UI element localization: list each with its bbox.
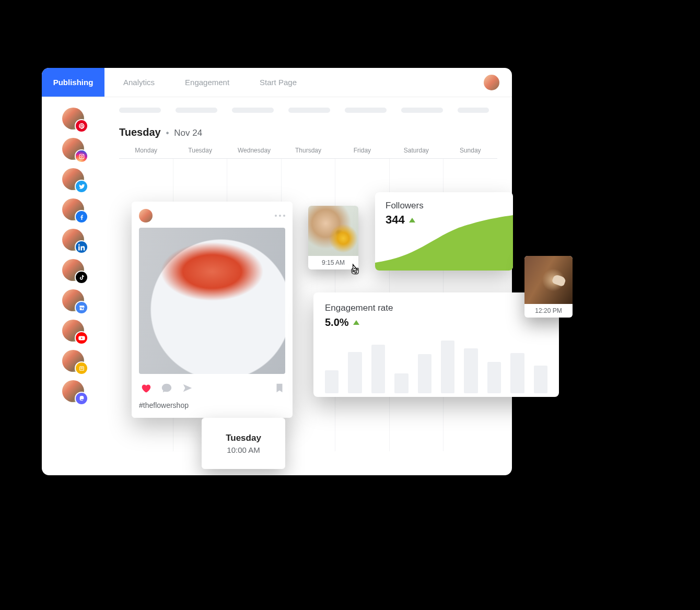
sidebar-account-youtube[interactable] [62, 320, 84, 342]
accounts-sidebar [42, 97, 104, 475]
weekday-tue[interactable]: Tuesday [173, 147, 227, 158]
post-actions [140, 382, 285, 396]
scheduled-post-image [524, 256, 573, 304]
tooltip-time: 10:00 AM [227, 445, 260, 454]
trend-up-icon [353, 320, 359, 325]
toolbar-placeholders [119, 108, 497, 113]
engagement-label: Engagement rate [325, 303, 547, 313]
scheduled-post-image [308, 206, 358, 256]
comment-icon[interactable] [161, 382, 172, 396]
engagement-widget[interactable]: Engagement rate 5.0% [313, 292, 559, 397]
bookmark-icon[interactable] [274, 382, 285, 396]
twitter-icon [76, 181, 87, 192]
current-day-label: Tuesday [119, 126, 161, 138]
sidebar-account-twitter[interactable] [62, 168, 84, 190]
sidebar-account-facebook[interactable] [62, 198, 84, 220]
post-caption: #theflowershop [139, 401, 285, 409]
scheduled-post-thumb-right[interactable]: 12:20 PM [524, 256, 573, 318]
youtube-icon [76, 332, 87, 344]
heart-icon[interactable] [140, 382, 151, 396]
date-separator: • [166, 128, 169, 138]
pinterest-icon [76, 120, 87, 132]
weekday-sun[interactable]: Sunday [444, 147, 497, 158]
tab-publishing[interactable]: Publishing [42, 68, 104, 97]
user-avatar[interactable] [484, 75, 499, 90]
sidebar-account-google-business[interactable] [62, 289, 84, 311]
current-date-label: Nov 24 [174, 128, 202, 138]
facebook-icon [76, 211, 87, 222]
followers-area-chart [375, 213, 513, 271]
sidebar-account-linkedin[interactable] [62, 229, 84, 251]
weekday-wed[interactable]: Wednesday [227, 147, 281, 158]
post-preview-card[interactable]: #theflowershop [132, 202, 293, 418]
sidebar-account-tiktok[interactable] [62, 259, 84, 281]
tab-analytics[interactable]: Analytics [112, 68, 166, 97]
svg-point-1 [80, 155, 82, 157]
sidebar-account-pinterest[interactable] [62, 108, 84, 130]
google-business-icon [76, 302, 87, 313]
tiktok-icon [76, 272, 87, 283]
post-image [139, 228, 285, 374]
post-author-avatar [139, 209, 153, 222]
tab-engagement[interactable]: Engagement [173, 68, 241, 97]
sidebar-account-instagram[interactable] [62, 138, 84, 160]
followers-widget[interactable]: Followers 344 [375, 192, 513, 271]
tab-start-page[interactable]: Start Page [248, 68, 308, 97]
scheduled-post-time: 12:20 PM [524, 304, 573, 318]
scheduled-post-thumb[interactable]: 9:15 AM [308, 206, 358, 269]
engagement-value: 5.0% [325, 316, 349, 329]
cursor-pointer-icon [348, 262, 363, 277]
schedule-tooltip: Tuesday 10:00 AM [202, 418, 285, 469]
followers-label: Followers [386, 201, 504, 211]
linkedin-icon [76, 241, 87, 253]
shop-icon [76, 362, 87, 374]
weekday-sat[interactable]: Saturday [389, 147, 443, 158]
tooltip-day: Tuesday [226, 433, 261, 443]
top-nav: Publishing Analytics Engagement Start Pa… [42, 68, 512, 97]
engagement-bar-chart [325, 336, 547, 393]
sidebar-account-mastodon[interactable] [62, 380, 84, 402]
current-date: Tuesday • Nov 24 [119, 126, 497, 138]
svg-point-2 [83, 155, 83, 155]
week-header: Monday Tuesday Wednesday Thursday Friday… [119, 147, 497, 159]
post-menu-icon[interactable] [275, 215, 285, 217]
send-icon[interactable] [182, 382, 193, 396]
instagram-icon [76, 150, 87, 162]
weekday-mon[interactable]: Monday [119, 147, 173, 158]
weekday-thu[interactable]: Thursday [281, 147, 335, 158]
sidebar-account-shop[interactable] [62, 350, 84, 372]
weekday-fri[interactable]: Friday [335, 147, 389, 158]
mastodon-icon [76, 393, 87, 404]
